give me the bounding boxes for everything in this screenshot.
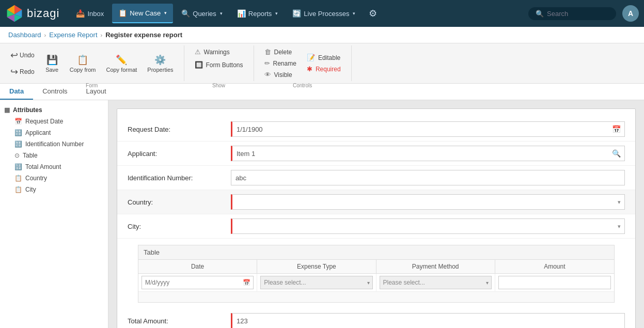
main-layout: ▦ Attributes 📅 Request Date 🔠 Applicant …: [0, 100, 644, 328]
form-group-label: Form: [86, 83, 98, 88]
visible-icon: 👁: [264, 71, 271, 79]
expense-type-wrap: Please select...: [260, 276, 372, 289]
request-date-field: 📅: [231, 121, 625, 137]
country-row: Country:: [117, 190, 635, 214]
table-col-expense-type: Expense Type: [257, 260, 376, 273]
country-icon: 📋: [14, 175, 22, 182]
toolbar: ↩ Undo ↪ Redo 💾 Save 📋 Copy from ✏️ Copy…: [0, 43, 644, 84]
sidebar-item-total-amount[interactable]: 🔢 Total Amount: [0, 161, 108, 173]
sidebar: ▦ Attributes 📅 Request Date 🔠 Applicant …: [0, 100, 108, 328]
breadcrumb: Dashboard › Expense Report › Register ex…: [0, 27, 644, 43]
city-field: [231, 218, 625, 234]
required-button[interactable]: ✱ Required: [303, 64, 345, 74]
form-buttons-button[interactable]: 🔲 Form Buttons: [191, 59, 247, 70]
total-amount-input[interactable]: [231, 313, 625, 328]
settings-button[interactable]: ⚙: [364, 5, 382, 22]
request-date-input[interactable]: [231, 121, 625, 137]
logo-text: bizagi: [27, 7, 59, 20]
sidebar-item-identification-number[interactable]: 🔠 Identification Number: [0, 138, 108, 150]
request-date-row: Request Date: 📅: [117, 117, 635, 142]
delete-icon: 🗑: [264, 48, 271, 56]
table-cell-expense-type: Please select...: [257, 274, 376, 291]
avatar[interactable]: A: [622, 5, 639, 22]
rename-icon: ✏: [264, 59, 270, 67]
tab-controls[interactable]: Controls: [33, 84, 76, 100]
search-icon: 🔍: [536, 10, 544, 18]
copy-format-icon: ✏️: [116, 54, 127, 66]
reports-caret: ▾: [275, 11, 278, 16]
nav-live-processes[interactable]: 🔄 Live Processes ▾: [286, 4, 362, 23]
sidebar-item-country[interactable]: 📋 Country: [0, 173, 108, 184]
table-columns: Date Expense Type Payment Method Amount: [138, 260, 614, 274]
delete-button[interactable]: 🗑 Delete: [260, 46, 301, 57]
tab-data[interactable]: Data: [0, 84, 33, 100]
breadcrumb-expense-report[interactable]: Expense Report: [49, 31, 97, 39]
table-cell-date: 📅: [138, 274, 257, 291]
toolbar-form-group: ↩ Undo ↪ Redo 💾 Save 📋 Copy from ✏️ Copy…: [0, 45, 184, 81]
identification-number-row: Identification Number:: [117, 166, 635, 190]
identification-number-label: Identification Number:: [128, 174, 231, 182]
breadcrumb-sep-1: ›: [44, 32, 46, 38]
table-amount-input[interactable]: [498, 276, 611, 289]
nav-reports[interactable]: 📊 Reports ▾: [231, 4, 285, 23]
table-date-input[interactable]: [142, 276, 254, 289]
sidebar-item-attributes[interactable]: ▦ Attributes: [0, 104, 108, 116]
breadcrumb-dashboard[interactable]: Dashboard: [8, 31, 41, 39]
request-date-icon: 📅: [14, 118, 22, 125]
copy-format-button[interactable]: ✏️ Copy format: [102, 52, 141, 75]
queries-caret: ▾: [220, 11, 223, 16]
breadcrumb-sep-2: ›: [101, 32, 103, 38]
city-select[interactable]: [231, 218, 625, 234]
total-amount-icon: 🔢: [14, 163, 22, 170]
properties-button[interactable]: ⚙️ Properties: [143, 52, 177, 75]
save-button[interactable]: 💾 Save: [41, 52, 64, 75]
table-title: Table: [138, 245, 614, 260]
city-label: City:: [128, 223, 231, 230]
identification-icon: 🔠: [14, 140, 22, 148]
nav-inbox[interactable]: 📥 Inbox: [70, 4, 110, 23]
editable-button[interactable]: 📝 Editable: [303, 52, 345, 63]
show-group-label: Show: [212, 83, 225, 88]
search-input[interactable]: [547, 10, 609, 18]
toolbar-controls-group: 🗑 Delete ✏ Rename 👁 Visible 📝 Editable ✱…: [254, 45, 352, 81]
sidebar-item-city[interactable]: 📋 City: [0, 184, 108, 195]
applicant-icon: 🔠: [14, 129, 22, 136]
nav-new-case[interactable]: 📋 New Case ▾: [112, 4, 173, 23]
sidebar-item-request-date[interactable]: 📅 Request Date: [0, 116, 108, 127]
payment-method-select[interactable]: Please select...: [380, 276, 492, 289]
applicant-field: 🔍: [231, 146, 625, 161]
breadcrumb-current: Register expense report: [105, 31, 182, 39]
copy-from-button[interactable]: 📋 Copy from: [66, 52, 100, 75]
country-field: [231, 194, 625, 210]
identification-number-field: [231, 170, 625, 185]
table-section-wrapper: Table Date Expense Type Payment Method A…: [117, 239, 635, 309]
logo-icon: [5, 4, 24, 23]
attributes-icon: ▦: [4, 106, 10, 114]
search-area[interactable]: 🔍: [528, 7, 616, 20]
nav-queries[interactable]: 🔍 Queries ▾: [175, 4, 229, 23]
rename-button[interactable]: ✏ Rename: [260, 58, 301, 69]
required-icon: ✱: [307, 65, 312, 73]
table-col-payment-method: Payment Method: [376, 260, 495, 273]
warnings-icon: ⚠: [195, 48, 201, 56]
warnings-button[interactable]: ⚠ Warnings: [191, 46, 234, 57]
sidebar-item-table[interactable]: ⊙ Table: [0, 150, 108, 161]
table-col-amount: Amount: [495, 260, 614, 273]
inbox-icon: 📥: [76, 9, 85, 18]
table-cell-payment-method: Please select...: [376, 274, 495, 291]
form-card: Request Date: 📅 Applicant: 🔍 Identificat…: [117, 108, 636, 328]
applicant-input[interactable]: [231, 146, 625, 161]
identification-number-input[interactable]: [231, 170, 625, 185]
sidebar-item-applicant[interactable]: 🔠 Applicant: [0, 127, 108, 138]
total-amount-row: Total Amount:: [117, 309, 635, 328]
table-row: 📅 Please select...: [138, 274, 614, 292]
payment-method-wrap: Please select...: [380, 276, 492, 289]
new-case-icon: 📋: [118, 9, 127, 17]
country-select[interactable]: [231, 194, 625, 210]
redo-button[interactable]: ↪ Redo: [6, 64, 39, 80]
undo-button[interactable]: ↩ Undo: [6, 48, 39, 63]
expense-type-select[interactable]: Please select...: [260, 276, 372, 289]
visible-button[interactable]: 👁 Visible: [260, 69, 301, 80]
reports-icon: 📊: [237, 9, 246, 18]
table-col-date: Date: [138, 260, 257, 273]
